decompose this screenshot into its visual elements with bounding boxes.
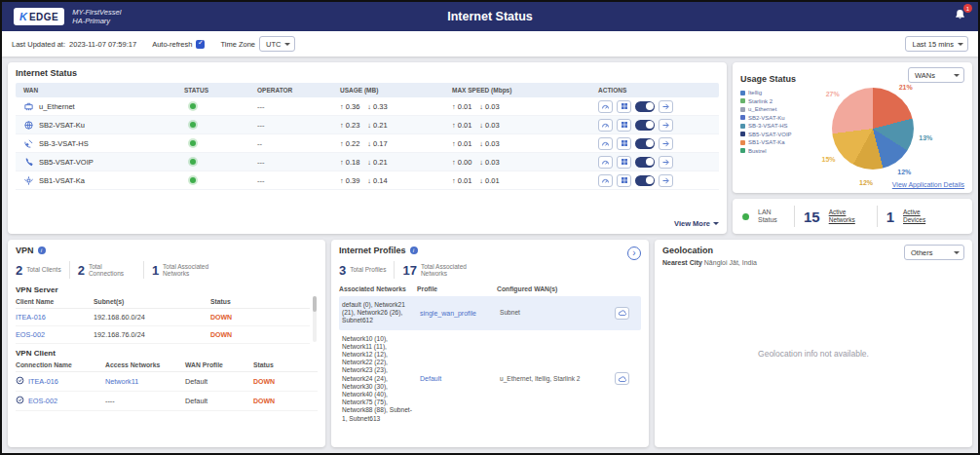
speed-test-button[interactable] [598, 156, 613, 169]
info-icon[interactable] [410, 246, 418, 254]
associated-networks-value: default (0), Network21 (21), Network26 (… [342, 301, 420, 325]
active-networks-link[interactable]: Active Networks [829, 209, 868, 225]
wan-table-header: WAN STATUS OPERATOR USAGE (MB) MAX SPEED… [16, 83, 719, 97]
wan-details-button[interactable] [659, 137, 673, 150]
app-logo[interactable]: K EDGE [14, 8, 64, 25]
col-operator: OPERATOR [257, 87, 340, 94]
access-networks-value[interactable]: Network11 [105, 377, 185, 386]
wan-table-row: SB-3-VSAT-HS -- 0.220.17 0.010.03 [16, 134, 719, 153]
wan-name[interactable]: SB5-VSAT-VOIP [39, 158, 94, 167]
view-application-details-link[interactable]: View Application Details [892, 181, 964, 188]
phone-icon [23, 157, 34, 168]
time-zone-label: Time Zone [220, 40, 255, 49]
col-configured-wans: Configured WAN(s) [497, 285, 612, 292]
profiles-table-header: Associated Networks Profile Configured W… [339, 281, 641, 296]
connection-name-link[interactable]: EOS-002 [28, 397, 57, 405]
legend-label: SB2-VSAT-Ku [748, 115, 785, 121]
stat-label: Total Profiles [350, 266, 386, 274]
access-networks-value: ---- [105, 397, 185, 405]
client-name-link[interactable]: ITEA-016 [16, 313, 94, 322]
profile-name-link[interactable]: Default [420, 375, 500, 382]
vpn-connection-icon [16, 396, 24, 406]
geolocation-filter-select[interactable]: Others [904, 245, 964, 260]
speed-test-button[interactable] [598, 100, 613, 113]
legend-label: SB5-VSAT-VOIP [748, 132, 792, 137]
expand-panel-button[interactable] [627, 246, 641, 260]
col-wan: WAN [23, 87, 184, 94]
speed-download: 0.03 [485, 158, 500, 167]
cloud-action-button[interactable] [615, 307, 629, 320]
usage-pie[interactable] [832, 88, 914, 170]
subnet-value: 192.168.60.0/24 [94, 313, 210, 322]
notifications-button[interactable]: 1 [954, 8, 966, 25]
profiles-stat-networks: 17 Total Associated Networks [402, 263, 467, 278]
time-range-select[interactable]: Last 15 mins [905, 36, 968, 52]
wan-enable-toggle[interactable] [635, 138, 655, 149]
vpn-stat-clients: 2 Total Clients [16, 263, 61, 278]
status-online-dot [190, 140, 196, 146]
lan-status-dot [742, 213, 749, 220]
wan-name[interactable]: SB2-VSAT-Ku [39, 121, 85, 130]
usage-details-button[interactable] [617, 100, 631, 113]
col-actions: ACTIONS [598, 87, 717, 94]
wan-details-button[interactable] [659, 156, 673, 169]
usage-details-button[interactable] [617, 156, 631, 169]
wan-enable-toggle[interactable] [635, 157, 655, 168]
active-devices-link[interactable]: Active Devices [903, 209, 942, 225]
pie-percent-label: 13% [919, 133, 932, 140]
usage-legend: Itellig Starlink 2 u_Ethernet SB2-VSAT-K… [740, 90, 792, 156]
speed-download: 0.03 [485, 102, 500, 111]
vpn-connection-icon [16, 376, 24, 387]
client-name-link[interactable]: EOS-002 [16, 330, 94, 339]
view-more-button[interactable]: View More [674, 216, 719, 228]
usage-filter-select[interactable]: WANs [908, 67, 964, 83]
profile-name-link[interactable]: single_wan_profile [420, 310, 500, 317]
connection-name-link[interactable]: ITEA-016 [28, 377, 58, 386]
auto-refresh-checkbox[interactable] [196, 40, 205, 49]
usage-upload: 0.39 [346, 176, 360, 185]
speed-test-button[interactable] [598, 119, 613, 132]
info-icon[interactable] [38, 246, 46, 254]
legend-label: Itellig [748, 90, 762, 95]
status-badge: DOWN [253, 398, 308, 404]
usage-details-button[interactable] [617, 174, 631, 187]
page-title: Internet Status [2, 10, 978, 23]
legend-swatch [740, 148, 745, 153]
wan-enable-toggle[interactable] [635, 101, 655, 112]
legend-label: SB1-VSAT-Ka [748, 139, 785, 145]
cloud-action-button[interactable] [615, 372, 629, 385]
legend-item: SB5-VSAT-VOIP [740, 132, 792, 137]
download-arrow-icon [471, 139, 485, 148]
wan-name[interactable]: SB-3-VSAT-HS [39, 139, 89, 148]
usage-details-button[interactable] [617, 137, 631, 150]
wan-enable-toggle[interactable] [635, 120, 655, 131]
scrollbar-thumb[interactable] [313, 296, 317, 312]
internet-status-title: Internet Status [16, 68, 77, 78]
wan-name[interactable]: u_Ethernet [39, 102, 75, 111]
vpn-client-row: ITEA-016 Network11 Default DOWN [16, 372, 318, 392]
speed-test-button[interactable] [598, 137, 613, 150]
wan-name[interactable]: SB1-VSAT-Ka [39, 176, 85, 185]
stat-label: Total Connections [89, 263, 135, 278]
time-zone-select[interactable]: UTC [259, 36, 295, 52]
col-associated-networks: Associated Networks [339, 285, 417, 292]
wan-enable-toggle[interactable] [635, 175, 655, 186]
legend-item: Bustrel [740, 148, 792, 154]
profile-row: default (0), Network21 (21), Network26 (… [339, 296, 641, 330]
download-arrow-icon [471, 102, 485, 111]
legend-swatch [740, 107, 745, 112]
wan-details-button[interactable] [659, 100, 673, 113]
speed-upload: 0.01 [458, 121, 472, 130]
auto-refresh-label: Auto-refresh [152, 40, 192, 49]
legend-swatch [740, 140, 745, 145]
wan-details-button[interactable] [659, 119, 673, 132]
speed-test-button[interactable] [598, 174, 613, 187]
ethernet-icon [23, 101, 34, 112]
usage-details-button[interactable] [617, 119, 631, 132]
wan-details-button[interactable] [659, 174, 673, 187]
auto-refresh-control: Auto-refresh [152, 40, 205, 49]
status-online-dot [190, 159, 196, 165]
profile-row: Network10 (10), Network11 (11), Network1… [339, 330, 641, 428]
last-updated-value: 2023-11-07 07:59:17 [69, 40, 136, 49]
logo-text: EDGE [29, 12, 58, 22]
